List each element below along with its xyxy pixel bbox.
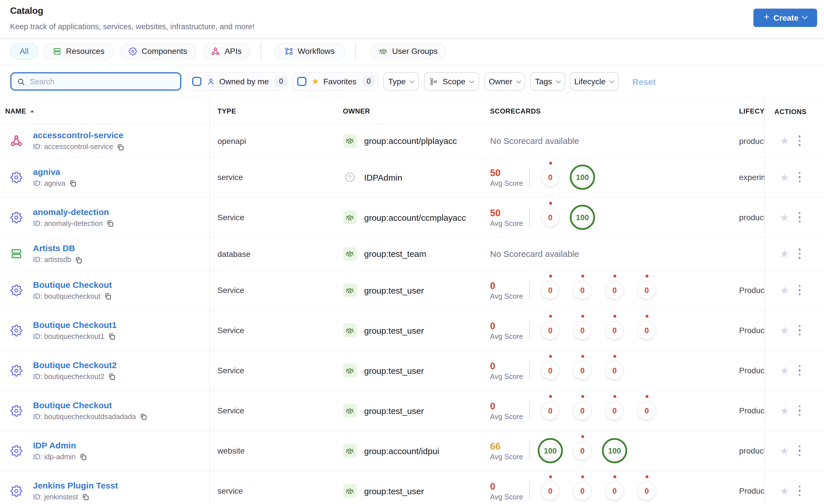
copy-icon[interactable] [104,292,112,300]
more-menu-icon[interactable] [799,172,801,182]
copy-icon[interactable] [75,256,83,264]
favorite-star-icon[interactable]: ★ [780,405,789,416]
question-icon [343,170,356,184]
tab-user-groups[interactable]: User Groups [370,43,446,59]
copy-icon[interactable] [82,493,90,501]
tags-dropdown[interactable]: Tags [530,72,565,91]
table-row[interactable]: Boutique Checkout ID: boutiquecheckoutds… [0,391,824,431]
more-menu-icon[interactable] [799,486,801,496]
table-row[interactable]: Jenkins Plugin Tesst ID: jenkinstest ser… [0,471,824,504]
scorecard-badge[interactable]: 0 [570,398,595,423]
scorecard-badge[interactable]: 0 [538,277,563,303]
scorecard-badge[interactable]: 0 [602,358,627,383]
scorecard-badge[interactable]: 100 [570,164,595,190]
table-row[interactable]: accesscontrol-service ID: accesscontrol-… [0,125,824,157]
more-menu-icon[interactable] [799,446,801,456]
entity-actions: ★ [764,198,824,237]
scorecard-badge[interactable]: 100 [538,438,563,463]
scorecard-badge[interactable]: 0 [602,478,627,503]
scorecard-badge[interactable]: 0 [602,277,627,303]
tab-resources[interactable]: Resources [43,43,114,59]
more-menu-icon[interactable] [799,249,801,259]
type-dropdown[interactable]: Type [383,72,419,91]
table-row[interactable]: anomaly-detection ID: anomaly-detection … [0,198,824,238]
scorecard-badge[interactable]: 0 [634,318,659,343]
entity-name-link[interactable]: agniva [33,166,77,177]
scorecard-badge[interactable]: 0 [538,318,563,343]
more-menu-icon[interactable] [799,136,801,146]
favorite-star-icon[interactable]: ★ [780,365,789,376]
table-row[interactable]: Boutique Checkout2 ID: boutiquecheckout2… [0,351,824,391]
favorite-star-icon[interactable]: ★ [780,445,789,456]
entity-name-link[interactable]: Artists DB [33,243,83,253]
favorites-checkbox[interactable] [297,77,306,86]
copy-icon[interactable] [116,143,124,151]
scorecard-badge[interactable]: 0 [602,398,627,423]
tab-apis[interactable]: APIs [203,43,250,59]
table-row[interactable]: agniva ID: agniva service IDPAdmin 50Avg… [0,157,824,198]
scorecard-badge[interactable]: 0 [570,358,595,383]
scorecard-badge[interactable]: 0 [538,478,563,503]
tab-workflows[interactable]: Workflows [274,43,345,59]
entity-name-link[interactable]: Boutique Checkout2 [33,360,117,370]
scorecard-badge[interactable]: 0 [570,478,595,503]
favorite-star-icon[interactable]: ★ [780,212,789,223]
favorite-star-icon[interactable]: ★ [780,285,789,295]
scorecard-badge[interactable]: 0 [634,478,659,503]
favorite-star-icon[interactable]: ★ [780,135,789,146]
search-input[interactable]: Search [10,72,181,91]
scorecard-badge[interactable]: 0 [570,318,595,343]
tab-all[interactable]: All [10,43,38,59]
scorecard-divider [529,482,530,500]
owned-by-me-checkbox[interactable] [192,77,201,86]
entity-name-link[interactable]: Boutique Checkout [33,279,112,290]
favorite-star-icon[interactable]: ★ [780,248,789,259]
scorecard-badge[interactable]: 0 [538,164,563,190]
more-menu-icon[interactable] [799,285,801,295]
create-button[interactable]: + Create [753,9,817,27]
copy-icon[interactable] [108,333,116,341]
entity-name-link[interactable]: Jenkins Plugin Tesst [33,480,118,491]
more-menu-icon[interactable] [799,212,801,223]
more-menu-icon[interactable] [799,405,801,416]
scorecard-badge[interactable]: 0 [538,398,563,423]
scorecard-badge[interactable]: 0 [634,277,659,303]
copy-icon[interactable] [139,413,147,421]
favorites-filter[interactable]: ★ Favorites 0 [292,72,378,91]
entity-name-link[interactable]: Boutique Checkout [33,400,147,410]
favorite-star-icon[interactable]: ★ [780,325,789,336]
scorecard-badge[interactable]: 100 [602,438,627,463]
owner-dropdown[interactable]: Owner [484,72,525,91]
reset-button[interactable]: Reset [632,72,656,91]
copy-icon[interactable] [108,373,116,381]
table-row[interactable]: IDP Admin ID: idp-admin website group:ac… [0,431,824,471]
tab-components[interactable]: Components [120,43,196,59]
owned-by-me-filter[interactable]: Owned by me 0 [187,72,288,91]
owned-by-me-count: 0 [275,76,288,87]
favorite-star-icon[interactable]: ★ [780,172,789,182]
column-header-name[interactable]: NAME [5,98,33,124]
table-row[interactable]: Artists DB ID: artistsdb database group:… [0,238,824,270]
scorecard-badge[interactable]: 0 [570,277,595,303]
copy-icon[interactable] [106,220,114,228]
scorecard-badge[interactable]: 100 [570,205,595,230]
scorecard-badge[interactable]: 0 [602,318,627,343]
entity-name-link[interactable]: anomaly-detection [33,207,114,217]
table-row[interactable]: Boutique Checkout ID: boutiquecheckout S… [0,270,824,310]
entity-name-link[interactable]: Boutique Checkout1 [33,320,117,330]
scorecard-badge[interactable]: 0 [634,398,659,423]
more-menu-icon[interactable] [799,365,801,376]
scope-dropdown[interactable]: Scope [424,72,479,91]
scorecard-badge[interactable]: 0 [538,205,563,230]
favorite-star-icon[interactable]: ★ [780,485,789,496]
entity-name-link[interactable]: accesscontrol-service [33,130,124,140]
copy-icon[interactable] [79,453,87,461]
lifecycle-dropdown[interactable]: Lifecycle [570,72,618,91]
entity-name-link[interactable]: IDP Admin [33,440,87,451]
more-menu-icon[interactable] [799,325,801,336]
scorecard-badge[interactable]: 0 [570,438,595,463]
scorecard-badge[interactable]: 0 [538,358,563,383]
copy-icon[interactable] [69,179,77,187]
table-row[interactable]: Boutique Checkout1 ID: boutiquecheckout1… [0,310,824,351]
avg-score: 0Avg Score [490,481,529,501]
